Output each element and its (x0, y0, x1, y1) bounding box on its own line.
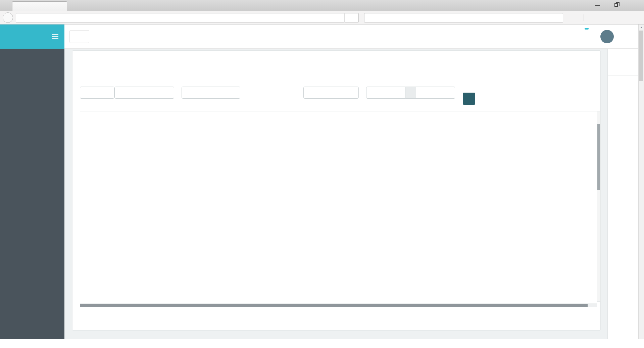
page-footer (0, 339, 644, 348)
notifications[interactable] (582, 32, 590, 41)
date-from-input[interactable] (366, 87, 405, 99)
filter-search-button[interactable] (463, 93, 475, 105)
topbar-right (563, 24, 627, 49)
new-tab-button[interactable] (69, 2, 78, 10)
global-search-input[interactable] (145, 33, 202, 38)
bell-icon (582, 32, 590, 40)
filter-status (303, 84, 359, 99)
upload-invoices-button[interactable] (69, 30, 89, 43)
bookmark-star-icon[interactable] (573, 15, 579, 21)
filter-status-select[interactable] (303, 87, 359, 99)
filter-lieferant-select[interactable] (114, 87, 174, 99)
page-title (80, 65, 88, 70)
account-menu[interactable] (620, 35, 627, 39)
invoice-list-card (72, 50, 601, 331)
site-info-icon[interactable] (19, 15, 24, 20)
app-topbar (64, 24, 644, 49)
scrollbar-thumb[interactable] (80, 304, 588, 307)
global-search-icon[interactable] (176, 33, 182, 39)
filter-archiviert (182, 84, 240, 99)
document-icon (80, 65, 86, 70)
filter-suche-input[interactable] (80, 87, 114, 99)
right-panel-header (608, 49, 638, 76)
browser-tab-bar (0, 0, 644, 11)
right-panel-collapsed (607, 49, 638, 339)
ssl-lock-icon (26, 15, 31, 20)
table-header (80, 111, 597, 123)
home-icon[interactable] (611, 15, 617, 21)
sidebar-logo-block (0, 24, 64, 49)
back-button[interactable] (3, 12, 13, 23)
chevron-down-icon (351, 91, 354, 95)
filter-archiviert-select[interactable] (182, 87, 240, 99)
window-controls (594, 1, 639, 9)
search-icon (466, 96, 472, 101)
reload-button[interactable] (347, 13, 358, 22)
scrollbar-thumb[interactable] (639, 31, 643, 81)
tab-favicon-icon (15, 4, 20, 9)
window-minimize-button[interactable] (594, 1, 601, 8)
scrollbar-thumb[interactable] (597, 124, 600, 190)
notification-badge (585, 28, 589, 30)
search-icon (367, 15, 372, 20)
table-horizontal-scrollbar[interactable] (80, 303, 597, 307)
browser-navbar (0, 11, 644, 24)
sidebar (0, 24, 64, 339)
toolbar-separator (584, 14, 584, 21)
reload-icon (350, 15, 355, 20)
browser-toolbar-icons (573, 13, 639, 22)
page-scrollbar[interactable]: ▲ ▼ (638, 24, 644, 348)
browser-tab[interactable] (12, 1, 67, 11)
hamburger-menu-icon[interactable] (633, 15, 639, 21)
sidebar-toggle-icon[interactable] (52, 34, 58, 39)
screen: ▲ ▼ (0, 0, 644, 348)
chevron-down-icon (232, 91, 236, 95)
downloads-icon[interactable] (600, 15, 606, 21)
app-logo-icon[interactable] (26, 30, 39, 43)
url-bar[interactable] (16, 13, 359, 22)
bookmarks-menu-icon[interactable] (589, 15, 595, 21)
bis-label (405, 87, 416, 99)
browser-search-bar[interactable] (364, 13, 563, 22)
mail-icon[interactable] (563, 32, 572, 41)
filter-lieferant (114, 84, 174, 99)
filter-rechnungsdatum (366, 84, 455, 99)
window-close-button[interactable] (631, 1, 639, 8)
extension-icon[interactable] (622, 15, 628, 21)
chevron-down-icon (623, 35, 627, 39)
url-divider (344, 13, 345, 22)
table-vertical-scrollbar[interactable] (597, 111, 601, 302)
back-arrow-icon (5, 15, 11, 20)
date-to-input[interactable] (416, 87, 455, 99)
invoice-table (80, 111, 597, 123)
filter-suche (80, 84, 114, 99)
window-restore-button[interactable] (612, 1, 620, 8)
upload-icon (76, 34, 80, 39)
avatar[interactable] (600, 30, 614, 43)
scroll-up-arrow[interactable]: ▲ (639, 26, 644, 29)
chevron-down-icon (166, 91, 170, 95)
